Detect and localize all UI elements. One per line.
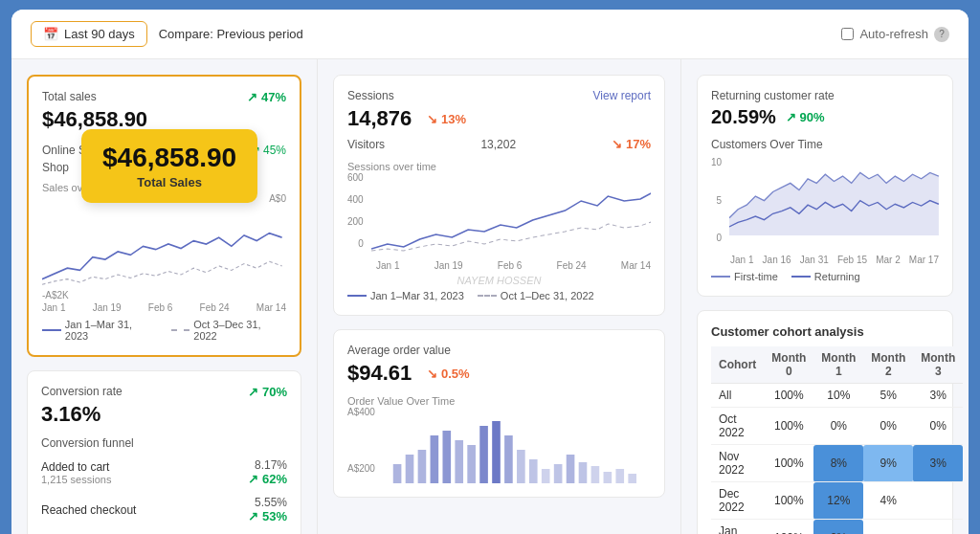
conversion-change: ↗ 70% — [248, 385, 287, 399]
main-content: Total sales $46,858.90 ↗ 47% $46,858.90 … — [11, 59, 969, 534]
legend-sessions-2: Oct 1–Dec 31, 2022 — [478, 290, 594, 301]
cohort-table: Cohort Month 0 Month 1 Month 2 Month 3 A… — [711, 346, 963, 534]
compare-label: Compare: Previous period — [159, 27, 303, 41]
funnel-row-2: Reached checkout 5.55% ↗ 53% — [41, 493, 287, 526]
svg-rect-9 — [504, 435, 513, 483]
tooltip-value: $46,858.90 — [102, 143, 236, 173]
svg-rect-17 — [603, 472, 612, 483]
avg-order-change: ↘ 0.5% — [427, 367, 469, 381]
tooltip-label: Total Sales — [102, 175, 236, 189]
sessions-legend: Jan 1–Mar 31, 2023 Oct 1–Dec 31, 2022 — [347, 290, 651, 301]
funnel-label-1: Added to cart 1,215 sessions — [41, 460, 111, 485]
svg-rect-5 — [455, 440, 463, 483]
cohort-card: Customer cohort analysis Cohort Month 0 … — [697, 310, 953, 534]
top-bar: 📅 Last 90 days Compare: Previous period … — [11, 10, 969, 59]
legend-returning: Returning — [791, 271, 860, 282]
returning-customer-card: Returning customer rate 20.59% ↗ 90% Cus… — [697, 75, 953, 297]
up-arrow-icon-2: ↗ — [786, 110, 796, 124]
legend-dot-solid — [42, 329, 61, 331]
cohort-row-nov2022: Nov 2022 100% 8% 9% 3% — [711, 445, 963, 482]
middle-column: Sessions 14,876 ↘ 13% View report — [318, 59, 681, 534]
cohort-col-header: Cohort — [711, 346, 764, 384]
conversion-rate-card: Conversion rate 3.16% ↗ 70% Conversion f… — [27, 370, 301, 534]
auto-refresh-checkbox[interactable] — [841, 28, 854, 40]
funnel-title: Conversion funnel — [41, 436, 287, 450]
sessions-header: Sessions 14,876 ↘ 13% View report — [347, 89, 651, 131]
help-icon[interactable]: ? — [934, 27, 949, 42]
sessions-chart — [371, 182, 651, 258]
legend-item-current: Jan 1–Mar 31, 2023 — [42, 319, 158, 342]
sales-tooltip: $46,858.90 Total Sales — [81, 129, 257, 203]
total-sales-label: Total sales $46,858.90 — [42, 90, 147, 132]
svg-rect-2 — [418, 450, 427, 483]
svg-rect-15 — [579, 462, 588, 483]
visitors-value: 13,202 — [480, 138, 516, 151]
svg-rect-8 — [492, 421, 501, 483]
right-column: Returning customer rate 20.59% ↗ 90% Cus… — [681, 59, 969, 534]
svg-rect-10 — [517, 450, 525, 483]
sessions-chart-label: Sessions over time — [347, 161, 651, 172]
down-arrow-icon-3: ↘ — [427, 367, 437, 381]
svg-rect-11 — [529, 459, 538, 483]
up-arrow-icon: ↗ — [248, 385, 258, 399]
svg-rect-4 — [442, 431, 451, 483]
rcr-label-group: Returning customer rate 20.59% ↗ 90% — [711, 89, 835, 128]
month0-col-header: Month 0 — [764, 346, 813, 384]
period-button[interactable]: 📅 Last 90 days — [31, 21, 147, 47]
svg-rect-14 — [567, 455, 575, 483]
svg-rect-6 — [467, 445, 476, 483]
conversion-label-group: Conversion rate 3.16% — [41, 385, 122, 427]
legend-first-time: First-time — [711, 271, 778, 282]
sessions-label-group: Sessions 14,876 ↘ 13% — [347, 89, 466, 131]
legend-dot-dashed-2 — [478, 295, 497, 297]
cohort-title: Customer cohort analysis — [711, 324, 939, 339]
order-value-chart — [383, 416, 651, 483]
legend-dot-first — [711, 276, 730, 278]
sessions-change: ↘ 13% — [427, 112, 466, 126]
visitors-label: Visitors — [347, 138, 385, 151]
avg-order-card: Average order value $94.61 ↘ 0.5% Order … — [333, 329, 665, 498]
funnel-row-1: Added to cart 1,215 sessions 8.17% ↗ 62% — [41, 456, 287, 489]
cohort-row-dec2022: Dec 2022 100% 12% 4% — [711, 482, 963, 520]
rcr-change: ↗ 90% — [786, 110, 825, 124]
order-chart-label: Order Value Over Time — [347, 395, 651, 407]
watermark: NAYEM HOSSEN — [347, 275, 651, 286]
customers-over-time-title: Customers Over Time — [711, 138, 939, 151]
rcr-legend: First-time Returning — [711, 271, 939, 282]
cohort-row-all: All 100% 10% 5% 3% — [711, 384, 963, 408]
sessions-x-labels: Jan 1 Jan 19 Feb 6 Feb 24 Mar 14 — [376, 260, 651, 271]
svg-rect-12 — [542, 469, 550, 483]
cohort-row-oct2022: Oct 2022 100% 0% 0% 0% — [711, 408, 963, 445]
svg-rect-7 — [479, 426, 488, 483]
rcr-x-labels: Jan 1 Jan 16 Jan 31 Feb 15 Mar 2 Mar 17 — [730, 255, 939, 265]
down-arrow-icon: ↘ — [427, 112, 437, 126]
returning-customer-chart — [729, 157, 939, 253]
total-sales-change: ↗ 47% — [247, 90, 286, 104]
svg-rect-3 — [430, 435, 438, 483]
top-bar-left: 📅 Last 90 days Compare: Previous period — [31, 21, 303, 47]
legend-dot-solid-2 — [347, 295, 367, 297]
month2-col-header: Month 2 — [863, 346, 913, 384]
sales-x-labels: Jan 1 Jan 19 Feb 6 Feb 24 Mar 14 — [42, 302, 286, 313]
rcr-header: Returning customer rate 20.59% ↗ 90% — [711, 89, 939, 128]
cohort-header-row: Cohort Month 0 Month 1 Month 2 Month 3 — [711, 346, 963, 384]
compare-button[interactable]: Compare: Previous period — [159, 27, 303, 41]
sales-legend: Jan 1–Mar 31, 2023 Oct 3–Dec 31, 2022 — [42, 319, 286, 342]
view-report-link[interactable]: View report — [593, 89, 651, 102]
funnel-pct-1: 8.17% ↗ 62% — [248, 458, 287, 486]
dashboard: 📅 Last 90 days Compare: Previous period … — [11, 10, 969, 534]
total-sales-card: Total sales $46,858.90 ↗ 47% $46,858.90 … — [27, 75, 301, 357]
left-column: Total sales $46,858.90 ↗ 47% $46,858.90 … — [11, 59, 318, 534]
funnel-pct-2: 5.55% ↗ 53% — [248, 496, 287, 523]
legend-sessions-1: Jan 1–Mar 31, 2023 — [347, 290, 464, 301]
sales-chart — [42, 213, 286, 290]
svg-rect-18 — [615, 469, 624, 483]
svg-rect-16 — [591, 466, 600, 483]
avg-order-label-group: Average order value $94.61 ↘ 0.5% — [347, 344, 470, 386]
legend-dot-returning — [791, 276, 811, 278]
svg-rect-0 — [393, 464, 402, 483]
legend-item-previous: Oct 3–Dec 31, 2022 — [171, 319, 287, 342]
cohort-row-jan2023: Jan 2023 100% 9% — [711, 520, 963, 535]
period-label: Last 90 days — [64, 27, 135, 41]
svg-rect-19 — [628, 474, 636, 483]
